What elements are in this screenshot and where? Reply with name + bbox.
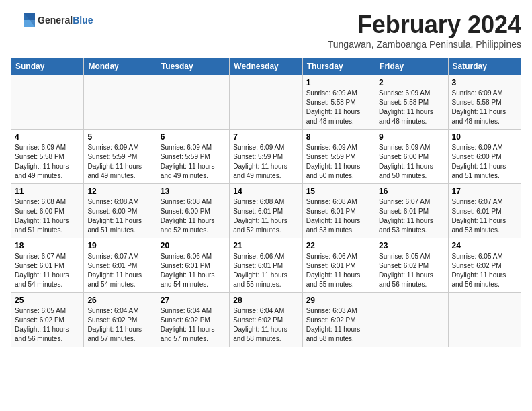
day-info: Sunrise: 6:09 AM Sunset: 6:00 PM Dayligh… bbox=[452, 143, 517, 181]
day-number: 15 bbox=[306, 187, 371, 196]
day-number: 4 bbox=[15, 132, 80, 142]
day-cell: 12Sunrise: 6:08 AM Sunset: 6:00 PM Dayli… bbox=[84, 184, 157, 238]
day-cell bbox=[448, 293, 521, 347]
day-number: 1 bbox=[306, 78, 371, 87]
day-number: 17 bbox=[452, 187, 517, 196]
day-info: Sunrise: 6:04 AM Sunset: 6:02 PM Dayligh… bbox=[233, 306, 298, 344]
day-cell: 18Sunrise: 6:07 AM Sunset: 6:01 PM Dayli… bbox=[11, 238, 84, 293]
day-info: Sunrise: 6:07 AM Sunset: 6:01 PM Dayligh… bbox=[379, 197, 444, 235]
day-info: Sunrise: 6:04 AM Sunset: 6:02 PM Dayligh… bbox=[161, 306, 226, 344]
day-number: 24 bbox=[452, 241, 517, 250]
day-cell: 9Sunrise: 6:09 AM Sunset: 6:00 PM Daylig… bbox=[375, 130, 448, 184]
day-number: 9 bbox=[379, 132, 444, 142]
day-cell: 2Sunrise: 6:09 AM Sunset: 5:58 PM Daylig… bbox=[375, 75, 448, 130]
page-header: GeneralBlue February 2024 Tungawan, Zamb… bbox=[11, 11, 521, 55]
day-cell: 16Sunrise: 6:07 AM Sunset: 6:01 PM Dayli… bbox=[375, 184, 448, 238]
column-header-sunday: Sunday bbox=[11, 58, 84, 75]
day-number: 29 bbox=[306, 295, 371, 305]
day-info: Sunrise: 6:05 AM Sunset: 6:02 PM Dayligh… bbox=[15, 306, 80, 344]
day-info: Sunrise: 6:04 AM Sunset: 6:02 PM Dayligh… bbox=[87, 306, 152, 344]
title-block: February 2024 Tungawan, Zamboanga Penins… bbox=[328, 11, 521, 55]
day-cell: 19Sunrise: 6:07 AM Sunset: 6:01 PM Dayli… bbox=[84, 238, 157, 293]
column-header-friday: Friday bbox=[375, 58, 448, 75]
day-info: Sunrise: 6:08 AM Sunset: 6:01 PM Dayligh… bbox=[306, 197, 371, 235]
day-info: Sunrise: 6:08 AM Sunset: 6:00 PM Dayligh… bbox=[161, 197, 226, 235]
day-number: 5 bbox=[87, 132, 152, 142]
day-info: Sunrise: 6:09 AM Sunset: 6:00 PM Dayligh… bbox=[379, 143, 444, 181]
day-number: 8 bbox=[306, 132, 371, 142]
day-cell: 22Sunrise: 6:06 AM Sunset: 6:01 PM Dayli… bbox=[302, 238, 375, 293]
logo: GeneralBlue bbox=[11, 11, 93, 30]
day-number: 3 bbox=[452, 78, 517, 87]
day-number: 6 bbox=[161, 132, 226, 142]
day-info: Sunrise: 6:08 AM Sunset: 6:01 PM Dayligh… bbox=[233, 197, 298, 235]
day-cell: 7Sunrise: 6:09 AM Sunset: 5:59 PM Daylig… bbox=[230, 130, 302, 184]
calendar-table: SundayMondayTuesdayWednesdayThursdayFrid… bbox=[11, 58, 521, 347]
day-cell bbox=[375, 293, 448, 347]
column-header-thursday: Thursday bbox=[302, 58, 375, 75]
day-number: 13 bbox=[161, 187, 226, 196]
logo-blue: Blue bbox=[73, 15, 93, 26]
day-number: 21 bbox=[233, 241, 298, 250]
day-cell: 6Sunrise: 6:09 AM Sunset: 5:59 PM Daylig… bbox=[157, 130, 229, 184]
day-cell bbox=[230, 75, 302, 130]
day-number: 11 bbox=[15, 187, 80, 196]
subtitle: Tungawan, Zamboanga Peninsula, Philippin… bbox=[328, 39, 521, 50]
day-number: 10 bbox=[452, 132, 517, 142]
day-cell: 20Sunrise: 6:06 AM Sunset: 6:01 PM Dayli… bbox=[157, 238, 229, 293]
day-cell: 5Sunrise: 6:09 AM Sunset: 5:59 PM Daylig… bbox=[84, 130, 157, 184]
day-cell: 26Sunrise: 6:04 AM Sunset: 6:02 PM Dayli… bbox=[84, 293, 157, 347]
day-info: Sunrise: 6:09 AM Sunset: 5:59 PM Dayligh… bbox=[87, 143, 152, 181]
day-cell: 27Sunrise: 6:04 AM Sunset: 6:02 PM Dayli… bbox=[157, 293, 229, 347]
day-cell: 1Sunrise: 6:09 AM Sunset: 5:58 PM Daylig… bbox=[302, 75, 375, 130]
day-info: Sunrise: 6:05 AM Sunset: 6:02 PM Dayligh… bbox=[452, 252, 517, 289]
day-cell: 8Sunrise: 6:09 AM Sunset: 5:59 PM Daylig… bbox=[302, 130, 375, 184]
day-info: Sunrise: 6:08 AM Sunset: 6:00 PM Dayligh… bbox=[15, 197, 80, 235]
day-cell: 10Sunrise: 6:09 AM Sunset: 6:00 PM Dayli… bbox=[448, 130, 521, 184]
day-cell: 23Sunrise: 6:05 AM Sunset: 6:02 PM Dayli… bbox=[375, 238, 448, 293]
day-info: Sunrise: 6:09 AM Sunset: 5:59 PM Dayligh… bbox=[161, 143, 226, 181]
day-number: 23 bbox=[379, 241, 444, 250]
day-cell: 13Sunrise: 6:08 AM Sunset: 6:00 PM Dayli… bbox=[157, 184, 229, 238]
day-cell bbox=[157, 75, 229, 130]
day-cell: 17Sunrise: 6:07 AM Sunset: 6:01 PM Dayli… bbox=[448, 184, 521, 238]
week-row-3: 11Sunrise: 6:08 AM Sunset: 6:00 PM Dayli… bbox=[11, 184, 521, 238]
logo-text: GeneralBlue bbox=[38, 15, 93, 26]
day-number: 7 bbox=[233, 132, 298, 142]
day-number: 18 bbox=[15, 241, 80, 250]
week-row-2: 4Sunrise: 6:09 AM Sunset: 5:58 PM Daylig… bbox=[11, 130, 521, 184]
day-number: 2 bbox=[379, 78, 444, 87]
day-cell: 28Sunrise: 6:04 AM Sunset: 6:02 PM Dayli… bbox=[230, 293, 302, 347]
day-info: Sunrise: 6:09 AM Sunset: 5:58 PM Dayligh… bbox=[306, 89, 371, 126]
day-info: Sunrise: 6:05 AM Sunset: 6:02 PM Dayligh… bbox=[379, 252, 444, 289]
day-cell bbox=[11, 75, 84, 130]
day-number: 27 bbox=[161, 295, 226, 305]
day-info: Sunrise: 6:06 AM Sunset: 6:01 PM Dayligh… bbox=[161, 252, 226, 289]
day-cell: 14Sunrise: 6:08 AM Sunset: 6:01 PM Dayli… bbox=[230, 184, 302, 238]
day-number: 14 bbox=[233, 187, 298, 196]
column-header-tuesday: Tuesday bbox=[157, 58, 229, 75]
header-row: SundayMondayTuesdayWednesdayThursdayFrid… bbox=[11, 58, 521, 75]
day-number: 26 bbox=[87, 295, 152, 305]
day-number: 22 bbox=[306, 241, 371, 250]
day-number: 19 bbox=[87, 241, 152, 250]
day-info: Sunrise: 6:09 AM Sunset: 5:58 PM Dayligh… bbox=[15, 143, 80, 181]
week-row-5: 25Sunrise: 6:05 AM Sunset: 6:02 PM Dayli… bbox=[11, 293, 521, 347]
day-number: 16 bbox=[379, 187, 444, 196]
day-info: Sunrise: 6:09 AM Sunset: 5:59 PM Dayligh… bbox=[233, 143, 298, 181]
column-header-monday: Monday bbox=[84, 58, 157, 75]
day-info: Sunrise: 6:06 AM Sunset: 6:01 PM Dayligh… bbox=[306, 252, 371, 289]
day-number: 28 bbox=[233, 295, 298, 305]
month-title: February 2024 bbox=[328, 11, 521, 39]
day-info: Sunrise: 6:08 AM Sunset: 6:00 PM Dayligh… bbox=[87, 197, 152, 235]
column-header-wednesday: Wednesday bbox=[230, 58, 302, 75]
day-cell: 21Sunrise: 6:06 AM Sunset: 6:01 PM Dayli… bbox=[230, 238, 302, 293]
day-info: Sunrise: 6:07 AM Sunset: 6:01 PM Dayligh… bbox=[15, 252, 80, 289]
day-info: Sunrise: 6:03 AM Sunset: 6:02 PM Dayligh… bbox=[306, 306, 371, 344]
day-info: Sunrise: 6:09 AM Sunset: 5:58 PM Dayligh… bbox=[452, 89, 517, 126]
column-header-saturday: Saturday bbox=[448, 58, 521, 75]
day-cell: 4Sunrise: 6:09 AM Sunset: 5:58 PM Daylig… bbox=[11, 130, 84, 184]
day-info: Sunrise: 6:06 AM Sunset: 6:01 PM Dayligh… bbox=[233, 252, 298, 289]
day-cell: 3Sunrise: 6:09 AM Sunset: 5:58 PM Daylig… bbox=[448, 75, 521, 130]
week-row-4: 18Sunrise: 6:07 AM Sunset: 6:01 PM Dayli… bbox=[11, 238, 521, 293]
